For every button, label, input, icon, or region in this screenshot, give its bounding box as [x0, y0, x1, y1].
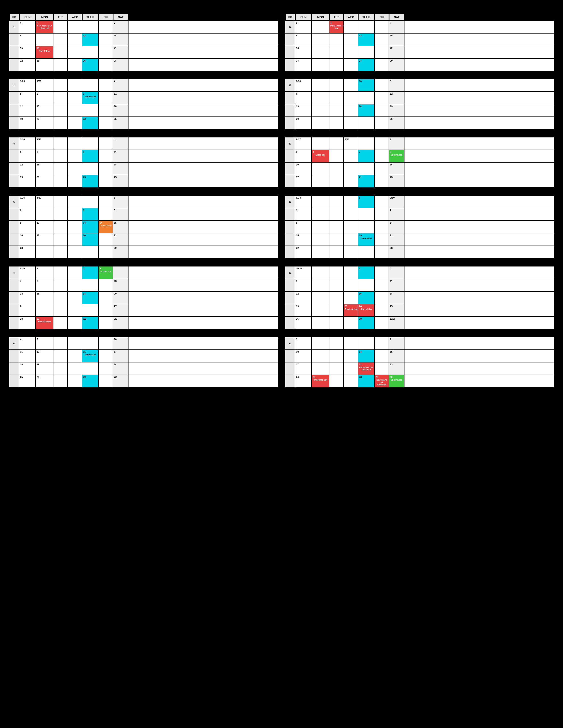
cal-cell — [53, 46, 68, 58]
cal-cell — [99, 196, 113, 208]
cal-cell — [312, 34, 330, 46]
cal-cell: 5 — [36, 337, 53, 349]
cal-cell: 21 — [389, 233, 405, 246]
table-row: 18 19 24 — [9, 362, 278, 375]
hdr-sat-r: SAT — [389, 14, 405, 21]
table-row: 6 3/26 3/27 1 — [9, 195, 278, 208]
cal-cell — [344, 266, 358, 279]
table-row: 9 10 14 14Good Friday 15 — [9, 221, 278, 233]
cal-cell — [312, 163, 330, 175]
cal-cell — [68, 59, 82, 71]
cal-cell — [68, 34, 82, 46]
cal-cell: 2/26 — [19, 137, 36, 150]
cal-cell: 23 — [295, 59, 312, 71]
cal-cell: 7/1 — [113, 375, 128, 387]
cal-body-october: 19 9/24 5 9/30 1 7 — [285, 195, 554, 259]
cal-cell-cyan: 9SLCIP PAID — [82, 92, 99, 104]
pp-cell — [285, 59, 295, 71]
table-row: 22 28 — [285, 246, 554, 259]
cal-cell-green: 6SLCIP Ends — [99, 266, 113, 279]
cal-cell — [358, 137, 375, 150]
cal-cell — [312, 337, 330, 349]
cal-cell — [53, 350, 68, 362]
pp-cell — [9, 163, 19, 175]
table-row: 26 30 12/2 — [285, 317, 554, 329]
cal-cell-cyan: 16 — [358, 292, 375, 304]
pp-cell — [9, 208, 19, 220]
cal-cell — [68, 104, 82, 116]
cal-cell — [344, 350, 358, 362]
cal-cell: 27 — [113, 304, 128, 316]
calendar-august: 15 7/30 10 5 6 12 — [285, 78, 554, 130]
cal-cell-cyan: 2 — [358, 266, 375, 279]
cal-cell — [53, 196, 68, 208]
pp-cell — [285, 317, 295, 329]
cal-cell-cyan: 15SLCIP PAID — [82, 350, 99, 362]
cal-cell — [358, 163, 375, 175]
table-row: 17 21 23 — [285, 175, 554, 188]
cal-cell — [99, 117, 113, 129]
cal-cell — [312, 266, 330, 279]
cal-cell-holiday: 16MLK Jr Day — [36, 46, 53, 58]
cal-body-august: 15 7/30 10 5 6 12 — [285, 79, 554, 129]
cal-cell — [330, 279, 344, 291]
table-row: 19 23Thanksgiving 24City Holiday 25 — [285, 304, 554, 317]
cal-cell — [375, 92, 389, 104]
hdr-sun-r: SUN — [295, 14, 312, 21]
cal-cell — [53, 279, 68, 291]
cal-cell — [330, 196, 344, 208]
cal-cell: 14 — [19, 292, 36, 304]
cal-cell — [312, 46, 330, 58]
cal-cell — [375, 196, 389, 208]
cal-cell — [330, 208, 344, 220]
cal-cell — [68, 233, 82, 246]
cal-cell — [312, 292, 330, 304]
cal-cell — [330, 104, 344, 116]
cal-cell: 28 — [19, 317, 36, 329]
cal-cell-cyan: 6 — [82, 208, 99, 220]
cal-cell: 7 — [19, 279, 36, 291]
cal-cell — [375, 117, 389, 129]
cal-cell: 29 — [113, 246, 128, 258]
cal-cell — [344, 34, 358, 46]
cal-cell: 25 — [113, 175, 128, 187]
hdr-fri: FRI — [99, 14, 113, 21]
cal-cell — [375, 208, 389, 220]
cal-cell — [330, 46, 344, 58]
cal-cell: 12/2 — [389, 317, 405, 329]
calendar-january: PP SUN MON TUE WED THUR FRI SAT 1 1 2New… — [9, 13, 278, 72]
cal-cell-cyan: 24 — [358, 104, 375, 116]
pp-cell — [285, 92, 295, 104]
table-row: 7 8 13 — [9, 279, 278, 292]
cal-cell — [330, 362, 344, 375]
cal-cell — [68, 150, 82, 162]
cal-cell — [99, 34, 113, 46]
cal-cell-cyan: 14 — [82, 221, 99, 233]
cal-cell — [375, 175, 389, 187]
cal-cell — [68, 163, 82, 175]
cal-cell-cyan: 7 — [358, 150, 375, 162]
table-row: 15 19SLCIP PAID 21 — [285, 233, 554, 246]
table-row: 1 7 — [285, 208, 554, 221]
cal-cell: 23 — [389, 362, 405, 375]
cal-cell — [36, 304, 53, 316]
cal-cell — [99, 79, 113, 91]
cal-cell — [344, 375, 358, 387]
cal-cell — [99, 137, 113, 150]
hdr-fri-r: FRI — [375, 14, 389, 21]
hdr-sat: SAT — [113, 14, 128, 21]
table-row: 14 2 4Independence Day 8 — [285, 21, 554, 34]
cal-cell — [99, 362, 113, 375]
cal-cell: 23 — [389, 175, 405, 187]
pp-cell: 17 — [285, 137, 295, 150]
pp-cell — [285, 150, 295, 162]
cal-cell — [330, 137, 344, 150]
cal-cell — [312, 246, 330, 258]
hdr-wed: WED — [68, 14, 82, 21]
calendar-november: 21 10/29 2 4 5 11 — [285, 266, 554, 330]
cal-cell: 13 — [295, 104, 312, 116]
cal-cell: 13 — [36, 104, 53, 116]
table-row: 21 27 — [9, 304, 278, 317]
hdr-mon-r: MON — [312, 14, 330, 21]
cal-cell — [375, 221, 389, 233]
